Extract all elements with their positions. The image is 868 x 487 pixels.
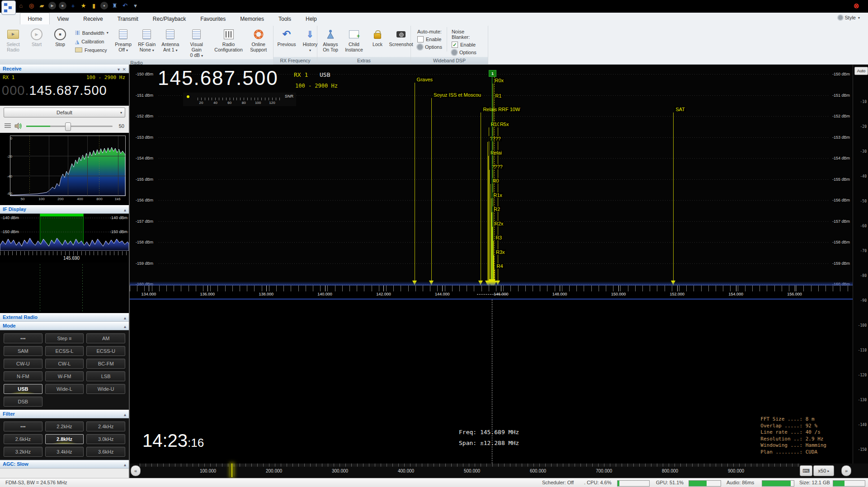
preset-dropdown[interactable]: Default▾ bbox=[4, 108, 125, 117]
record-indicator-icon[interactable]: ⊗ bbox=[854, 2, 863, 10]
bandwidth-button[interactable]: ⦙⦀⦙ Bandwidth▾ bbox=[75, 29, 108, 37]
filter--[interactable]: ••• bbox=[4, 421, 42, 431]
mode-sam[interactable]: SAM bbox=[4, 346, 42, 356]
stop-button[interactable]: ■ Stop bbox=[49, 27, 71, 48]
rx-marker-badge[interactable]: 1 bbox=[489, 70, 496, 77]
folder-icon[interactable]: ▰ bbox=[38, 2, 46, 9]
filter-3-6khz[interactable]: 3.6kHz bbox=[86, 447, 125, 457]
station-marker--[interactable]: ???? bbox=[489, 136, 501, 141]
start-button[interactable]: ▶ Start bbox=[25, 27, 48, 48]
always-on-top-button[interactable]: Always On Top bbox=[319, 27, 342, 54]
mode-lsb[interactable]: LSB bbox=[86, 371, 125, 381]
lifering-icon[interactable]: ◎ bbox=[28, 2, 35, 9]
frequency-button[interactable]: Frequency bbox=[75, 46, 108, 54]
mode-step-[interactable]: Step ≡ bbox=[45, 333, 84, 343]
visual-gain-button[interactable]: Visual Gain0 dB ▾ bbox=[185, 27, 208, 59]
stop-icon[interactable]: ■ bbox=[59, 2, 66, 9]
collapse-icon[interactable]: ▴ bbox=[124, 314, 126, 322]
zoom-factor-button[interactable]: x50 ▸ bbox=[813, 465, 834, 476]
mode-ecss-u[interactable]: ECSS-U bbox=[86, 346, 125, 356]
rf-gain-button[interactable]: RF GainNone ▾ bbox=[136, 27, 158, 54]
wideband-spectrum[interactable]: -150 dBm-150 dBm-151 dBm-151 dBm-152 dBm… bbox=[130, 65, 853, 286]
tab-help[interactable]: Help bbox=[298, 13, 324, 24]
home-icon[interactable]: ⌂ bbox=[17, 2, 25, 9]
style-selector[interactable]: Style▾ bbox=[838, 15, 860, 20]
filter-2-6khz[interactable]: 2.6kHz bbox=[4, 434, 42, 444]
levels-icon[interactable] bbox=[5, 123, 11, 129]
filter-header[interactable]: Filter▴ bbox=[0, 410, 129, 418]
mode-ecss-l[interactable]: ECSS-L bbox=[45, 346, 84, 356]
select-radio-button[interactable]: ▶ Select Radio bbox=[2, 27, 24, 54]
tab-transmit[interactable]: Transmit bbox=[110, 13, 146, 24]
mode-cw-l[interactable]: CW-L bbox=[45, 359, 84, 369]
filter-2-8khz[interactable]: 2.8kHz bbox=[45, 434, 84, 444]
antenna-icon[interactable]: ♜ bbox=[111, 2, 118, 9]
screenshot-button[interactable]: Screenshot bbox=[390, 27, 412, 48]
station-marker-r5x[interactable]: R5x bbox=[499, 122, 510, 127]
mode-cw-u[interactable]: CW-U bbox=[4, 359, 42, 369]
rx-frequency-panel[interactable]: RX 1 100 - 2900 Hz 000.145.687.500 bbox=[0, 73, 129, 106]
mode-bc-fm[interactable]: BC-FM bbox=[86, 359, 125, 369]
tab-tools[interactable]: Tools bbox=[271, 13, 298, 24]
scroll-left-button[interactable]: « bbox=[131, 465, 141, 476]
online-support-button[interactable]: Online Support bbox=[245, 27, 271, 54]
collapse-icon[interactable]: ▴ bbox=[124, 206, 126, 214]
station-marker-r0x[interactable]: R0x bbox=[494, 78, 505, 83]
filter-3-2khz[interactable]: 3.2kHz bbox=[4, 447, 42, 457]
child-instance-button[interactable]: + Child Instance bbox=[343, 27, 365, 54]
mode-header[interactable]: Mode▴ bbox=[0, 322, 129, 330]
station-marker--[interactable]: ???? bbox=[491, 164, 503, 169]
app-menu-button[interactable] bbox=[1, 0, 16, 15]
filter-2-4khz[interactable]: 2.4kHz bbox=[86, 421, 125, 431]
calibration-button[interactable]: ◮ Calibration bbox=[75, 37, 108, 45]
scroll-right-button[interactable]: » bbox=[841, 465, 851, 476]
station-marker-relais-rrf-10w[interactable]: Relais RRF 10W bbox=[482, 107, 521, 112]
tab-view[interactable]: View bbox=[50, 13, 76, 24]
tab-memories[interactable]: Memories bbox=[233, 13, 271, 24]
station-marker-r4[interactable]: R4 bbox=[496, 263, 504, 269]
tab-receive[interactable]: Receive bbox=[76, 13, 110, 24]
lock-icon[interactable]: ▮ bbox=[90, 2, 98, 9]
auto-mute-enable-checkbox[interactable]: Enable bbox=[417, 36, 442, 42]
lock-button[interactable]: Lock bbox=[366, 27, 389, 48]
noise-blanker-enable-checkbox[interactable]: ✓ Enable bbox=[452, 42, 481, 48]
station-marker-r1[interactable]: R1 bbox=[494, 93, 502, 98]
mode-dsb[interactable]: DSB bbox=[4, 397, 42, 407]
mode-usb[interactable]: USB bbox=[4, 384, 42, 394]
if-display-header[interactable]: IF Display▴ bbox=[0, 205, 129, 214]
rx-frequency-readout[interactable]: 000.145.687.500 bbox=[2, 83, 107, 98]
station-marker-r0[interactable]: R0 bbox=[492, 178, 500, 183]
station-marker-r3x[interactable]: R3x bbox=[495, 249, 506, 255]
frequency-axis[interactable] bbox=[130, 286, 853, 291]
undo-icon[interactable]: ↶ bbox=[121, 2, 129, 9]
add-icon[interactable]: ＋ bbox=[69, 2, 77, 9]
tab-home[interactable]: Home bbox=[20, 13, 50, 24]
band-scrollbar[interactable]: « 100.000200.000300.000400.000500.000600… bbox=[130, 464, 868, 478]
station-marker-soyuz-iss-et-moscou[interactable]: Soyuz ISS et Moscou bbox=[433, 92, 482, 98]
dropdown-icon[interactable]: ▾ bbox=[132, 2, 139, 9]
agc-header[interactable]: AGC: Slow▴ bbox=[0, 460, 129, 468]
station-marker-r2x[interactable]: R2x bbox=[494, 221, 505, 226]
speaker-icon[interactable] bbox=[14, 122, 23, 130]
filter-3-4khz[interactable]: 3.4kHz bbox=[45, 447, 84, 457]
tab-favourites[interactable]: Favourites bbox=[193, 13, 233, 24]
favourite-star-icon[interactable]: ★ bbox=[80, 2, 87, 9]
mode--[interactable]: ••• bbox=[4, 333, 42, 343]
collapse-icon[interactable]: ▴ bbox=[124, 323, 126, 330]
filter-2-2khz[interactable]: 2.2kHz bbox=[45, 421, 84, 431]
auto-scale-button[interactable]: Auto bbox=[854, 67, 868, 75]
station-marker-sat[interactable]: SAT bbox=[675, 107, 686, 112]
collapse-icon[interactable]: ▴ bbox=[124, 411, 126, 418]
close-icon[interactable]: ✕ bbox=[123, 67, 126, 72]
antenna-button[interactable]: AntennaAnt 1 ▾ bbox=[159, 27, 182, 54]
external-radio-header[interactable]: External Radio▴ bbox=[0, 313, 129, 322]
receive-panel-header[interactable]: Receive ▾ ✕ bbox=[0, 65, 129, 73]
filter-3-0khz[interactable]: 3.0kHz bbox=[86, 434, 125, 444]
mode-n-fm[interactable]: N-FM bbox=[4, 371, 42, 381]
tab-rec-playback[interactable]: Rec/Playback bbox=[146, 13, 193, 24]
collapse-icon[interactable]: ▾ bbox=[118, 67, 120, 72]
collapse-icon[interactable]: ▴ bbox=[124, 461, 126, 468]
slider-thumb[interactable] bbox=[65, 122, 71, 131]
if-display-panel[interactable]: -140 dBm-140 dBm-150 dBm-150 dBm-160 dBm… bbox=[0, 214, 129, 262]
mode-wide-l[interactable]: Wide-L bbox=[45, 384, 84, 394]
